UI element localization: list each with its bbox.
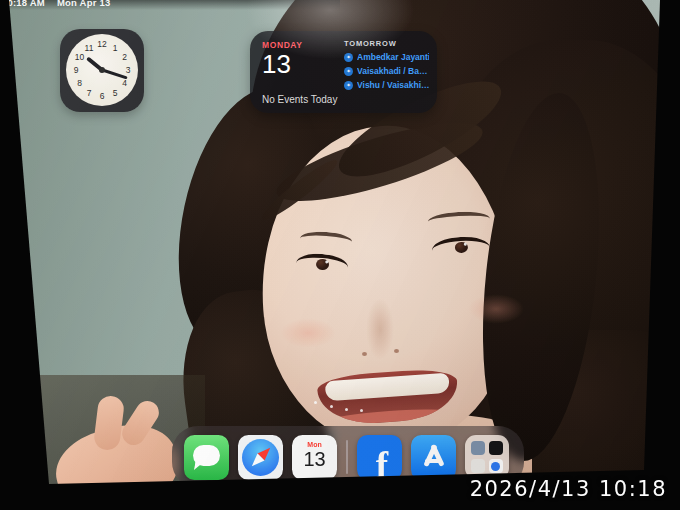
dock-divider (346, 440, 348, 474)
calendar-day: 13 (262, 51, 342, 78)
tomorrow-header: TOMORROW (344, 39, 429, 48)
clock-number: 10 (75, 52, 84, 62)
clock-minute-hand (102, 69, 128, 80)
clock-number: 2 (122, 52, 127, 62)
messages-bubble-icon (193, 445, 220, 466)
folder-mini-icon (489, 459, 503, 473)
calendar-today-panel: MONDAY 13 No Events Today (250, 31, 342, 113)
calendar-event-row[interactable]: ✦ Vaisakhadi / Ba… (344, 66, 429, 76)
clock-number: 8 (77, 78, 82, 88)
dock-app-calendar[interactable]: Mon 13 (292, 435, 337, 480)
clock-number: 9 (74, 65, 79, 75)
clock-number: 7 (87, 88, 92, 98)
clock-number: 12 (97, 39, 106, 49)
dock-app-safari[interactable] (238, 435, 283, 480)
folder-mini-icon (471, 441, 485, 455)
clock-number: 6 (100, 91, 105, 101)
clock-number: 11 (85, 43, 94, 53)
calendar-icon-weekday: Mon (292, 441, 337, 448)
folder-mini-icon (489, 441, 503, 455)
sparkle (330, 405, 333, 408)
status-time: 10:18 AM (2, 0, 45, 8)
dock-app-folder[interactable] (465, 435, 509, 479)
clock-number: 3 (126, 65, 131, 75)
clock-number: 5 (113, 88, 118, 98)
dock-app-facebook[interactable]: f (357, 435, 402, 480)
event-label: Ambedkar Jayanti (357, 52, 429, 62)
calendar-tomorrow-panel: TOMORROW ✦ Ambedkar Jayanti ✦ Vaisakhadi… (342, 31, 437, 113)
event-star-icon: ✦ (344, 81, 353, 90)
clock-center-cap (99, 67, 105, 73)
calendar-event-row[interactable]: ✦ Ambedkar Jayanti (344, 52, 429, 62)
camera-timestamp: 2026/4/13 10:18 (470, 477, 667, 501)
woman-blush (468, 294, 524, 324)
woman-blush (280, 318, 336, 348)
calendar-widget[interactable]: MONDAY 13 No Events Today TOMORROW ✦ Amb… (250, 31, 437, 113)
tablet-screen: 10:18 AM Mon Apr 13 12 1 2 3 4 5 6 7 8 9… (0, 0, 680, 510)
event-star-icon: ✦ (344, 53, 353, 62)
safari-compass-icon (242, 439, 279, 476)
dock-app-appstore[interactable] (411, 435, 456, 480)
facebook-icon: f (357, 444, 402, 480)
clock-widget[interactable]: 12 1 2 3 4 5 6 7 8 9 10 11 (60, 29, 144, 112)
event-star-icon: ✦ (344, 67, 353, 76)
folder-mini-icon (471, 459, 485, 473)
woman-nose (366, 298, 394, 360)
sparkle (345, 408, 348, 411)
calendar-status: No Events Today (262, 94, 342, 105)
sparkle (314, 401, 317, 404)
event-label: Vaisakhadi / Ba… (357, 66, 427, 76)
status-date: Mon Apr 13 (57, 0, 110, 8)
sparkle (360, 409, 363, 412)
status-bar: 10:18 AM Mon Apr 13 (0, 0, 300, 10)
photo-frame: 10:18 AM Mon Apr 13 12 1 2 3 4 5 6 7 8 9… (0, 0, 680, 510)
calendar-icon-day: 13 (292, 448, 337, 470)
clock-face: 12 1 2 3 4 5 6 7 8 9 10 11 (66, 34, 138, 106)
event-label: Vishu / Vaisakhi… (357, 80, 429, 90)
dock-app-messages[interactable] (184, 435, 229, 480)
clock-number: 1 (113, 43, 118, 53)
calendar-event-row[interactable]: ✦ Vishu / Vaisakhi… (344, 80, 429, 90)
clock-number: 4 (122, 78, 127, 88)
